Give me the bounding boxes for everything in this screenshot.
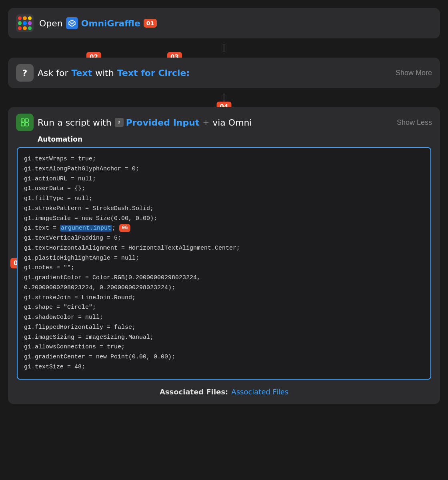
omnigraffle-icon	[66, 17, 78, 29]
prompt-label: Text for Circle:	[117, 68, 190, 78]
card-ask-for-text: 02 03 ? Ask for Text with Text for Circl…	[8, 58, 440, 88]
card-run-script: 04 Run a script with ? Provided Input	[8, 107, 440, 404]
run-header: Run a script with ? Provided Input + via…	[16, 114, 432, 131]
question-icon: ?	[16, 64, 34, 82]
associated-files-label: Associated Files:	[160, 388, 228, 396]
dot-6	[28, 21, 32, 25]
provided-input-label: Provided Input	[126, 118, 200, 128]
code-editor-wrapper: 05 g1.textWraps = true; g1.textAlongPath…	[16, 147, 432, 380]
with-label: with	[95, 68, 114, 78]
automation-label: Automation	[16, 135, 432, 143]
dot-3	[28, 16, 32, 20]
app-grid-icon	[16, 14, 34, 32]
card-run-content: Run a script with ? Provided Input + via…	[8, 107, 440, 404]
provided-input-badge: ? Provided Input	[115, 118, 200, 128]
plus-icon: +	[202, 118, 209, 127]
dot-7	[18, 26, 22, 30]
dot-4	[18, 21, 22, 25]
ask-label: Ask for	[38, 68, 68, 78]
show-less-button[interactable]: Show Less	[397, 118, 432, 127]
svg-rect-7	[25, 123, 28, 126]
card-open-omnigraffle: Open OmniGraffle 01	[8, 8, 440, 38]
dot-8	[23, 26, 26, 30]
run-text: Run a script with ? Provided Input + via…	[38, 118, 393, 128]
omni-automation-icon	[16, 114, 34, 131]
dot-1	[18, 16, 22, 20]
argument-input-highlight: argument.input	[60, 225, 112, 232]
dot-5	[23, 21, 26, 25]
text-type-label: Text	[72, 68, 92, 78]
svg-rect-5	[25, 119, 28, 122]
card-open-content: Open OmniGraffle 01	[8, 8, 440, 38]
open-text: Open OmniGraffle 01	[39, 17, 157, 29]
open-label: Open	[39, 18, 63, 28]
badge-01: 01	[144, 19, 157, 28]
dot-9	[28, 26, 32, 30]
code-editor[interactable]: g1.textWraps = true; g1.textAlongPathGly…	[17, 147, 431, 380]
connector-1	[224, 44, 224, 52]
dot-2	[23, 16, 26, 20]
via-label: via Omni	[212, 118, 252, 128]
show-more-button[interactable]: Show More	[396, 69, 432, 77]
associated-files-link[interactable]: Associated Files	[231, 388, 288, 396]
connector-2	[224, 94, 224, 102]
ask-text: Ask for Text with Text for Circle:	[38, 68, 392, 78]
card-ask-content: ? Ask for Text with Text for Circle: Sho…	[8, 58, 440, 88]
badge-06: 06	[119, 224, 130, 232]
omnigraffle-label: OmniGraffle	[81, 18, 140, 28]
associated-files-row: Associated Files: Associated Files	[16, 384, 432, 398]
run-label: Run a script with	[38, 118, 112, 128]
code-content: g1.textWraps = true; g1.textAlongPathGly…	[24, 154, 424, 372]
provided-input-icon: ?	[115, 118, 124, 127]
